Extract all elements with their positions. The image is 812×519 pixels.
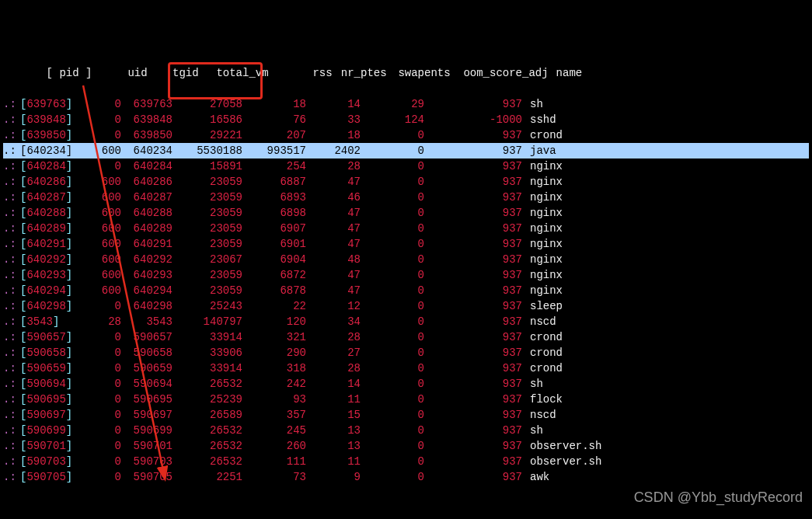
cell-uid: 0: [79, 423, 121, 438]
cell-name: crond: [522, 361, 563, 376]
cell-total-vm: 23059: [173, 236, 242, 252]
cell-tgid: 590697: [121, 407, 173, 423]
process-row: .:[590657]059065733914321280937crond: [3, 329, 809, 345]
cell-rss: 357: [242, 407, 306, 423]
cell-swapents: 0: [361, 205, 424, 221]
cell-rss: 6901: [242, 236, 306, 252]
cell-name: crond: [522, 329, 563, 345]
header-total-vm: total_vm: [199, 65, 269, 81]
cell-swapents: 0: [361, 236, 424, 252]
cell-oom-score-adj: 937: [424, 361, 522, 376]
cell-rss: 111: [242, 454, 306, 469]
cell-oom-score-adj: 937: [424, 469, 522, 485]
cell-pid: 590658: [26, 347, 65, 359]
process-row: .:[639763]063976327058181429937sh: [3, 96, 809, 112]
process-row: .:[590697]059069726589357150937nscd: [3, 407, 809, 423]
cell-name: nginx: [522, 283, 563, 298]
cell-name: nginx: [522, 267, 563, 283]
cell-oom-score-adj: 937: [424, 190, 522, 205]
cell-pid: 640284: [26, 160, 65, 172]
cell-tgid: 640289: [121, 221, 173, 236]
cell-total-vm: 5530188: [173, 143, 242, 158]
cell-rss: 120: [242, 314, 306, 329]
cell-name: sshd: [522, 112, 556, 127]
cell-name: sh: [522, 376, 543, 392]
cell-rss: 22: [242, 298, 306, 314]
cell-nr-ptes: 46: [306, 190, 361, 205]
cell-swapents: 0: [361, 407, 424, 423]
cell-oom-score-adj: 937: [424, 174, 522, 190]
cell-total-vm: 26532: [173, 438, 242, 454]
cell-nr-ptes: 14: [306, 96, 361, 112]
cell-total-vm: 33914: [173, 361, 242, 376]
header-uid: uid: [106, 65, 148, 81]
cell-nr-ptes: 13: [306, 438, 361, 454]
cell-tgid: 590705: [121, 469, 173, 485]
cell-total-vm: 27058: [173, 96, 242, 112]
cell-nr-ptes: 18: [306, 127, 361, 143]
cell-total-vm: 16586: [173, 112, 242, 127]
cell-swapents: 0: [361, 469, 424, 485]
process-row: .:[639850]063985029221207180937crond: [3, 127, 809, 143]
cell-swapents: 29: [361, 96, 424, 112]
cell-swapents: 0: [361, 267, 424, 283]
cell-pid: 640287: [26, 191, 65, 204]
cell-swapents: 0: [361, 361, 424, 376]
cell-oom-score-adj: 937: [424, 345, 522, 361]
cell-oom-score-adj: 937: [424, 252, 522, 267]
cell-total-vm: 23059: [173, 221, 242, 236]
cell-uid: 600: [79, 190, 121, 205]
process-row: .:[640289]600640289230596907470937nginx: [3, 221, 809, 236]
cell-total-vm: 26589: [173, 407, 242, 423]
cell-nr-ptes: 9: [306, 469, 361, 485]
cell-rss: 6907: [242, 221, 306, 236]
cell-pid: 590659: [26, 362, 65, 374]
cell-tgid: 590703: [121, 454, 173, 469]
cell-name: java: [522, 143, 556, 158]
cell-pid: 640286: [26, 176, 65, 188]
header-nr-ptes: nr_ptes: [333, 65, 387, 81]
cell-rss: 6887: [242, 174, 306, 190]
cell-pid: 640289: [26, 222, 65, 235]
cell-uid: 600: [79, 283, 121, 298]
cell-tgid: 590659: [121, 361, 173, 376]
cell-tgid: 590695: [121, 392, 173, 407]
cell-swapents: 0: [361, 221, 424, 236]
cell-rss: 18: [242, 96, 306, 112]
cell-uid: 0: [79, 298, 121, 314]
cell-rss: 290: [242, 345, 306, 361]
cell-uid: 600: [79, 267, 121, 283]
cell-pid: 590699: [26, 424, 65, 437]
cell-nr-ptes: 15: [306, 407, 361, 423]
process-table-header: [ pid ]uidtgidtotal_vmrssnr_ptesswapents…: [3, 50, 809, 65]
cell-name: nginx: [522, 252, 563, 267]
cell-name: awk: [522, 469, 549, 485]
cell-total-vm: 23059: [173, 267, 242, 283]
cell-name: nginx: [522, 205, 563, 221]
cell-name: crond: [522, 345, 563, 361]
cell-tgid: 640293: [121, 267, 173, 283]
cell-total-vm: 26532: [173, 423, 242, 438]
cell-pid: 640294: [26, 284, 65, 297]
cell-tgid: 640294: [121, 283, 173, 298]
cell-tgid: 590694: [121, 376, 173, 392]
cell-oom-score-adj: 937: [424, 392, 522, 407]
cell-nr-ptes: 47: [306, 236, 361, 252]
cell-swapents: 0: [361, 174, 424, 190]
cell-pid: 640298: [26, 300, 65, 312]
cell-total-vm: 15891: [173, 158, 242, 174]
cell-rss: 245: [242, 423, 306, 438]
process-row: .:[640291]600640291230596901470937nginx: [3, 236, 809, 252]
cell-name: nginx: [522, 158, 563, 174]
cell-name: nginx: [522, 221, 563, 236]
cell-pid: 590695: [26, 393, 65, 406]
cell-nr-ptes: 11: [306, 454, 361, 469]
cell-total-vm: 2251: [173, 469, 242, 485]
cell-tgid: 640288: [121, 205, 173, 221]
cell-total-vm: 23067: [173, 252, 242, 267]
process-row: .:[640286]600640286230596887470937nginx: [3, 174, 809, 190]
cell-rss: 318: [242, 361, 306, 376]
cell-nr-ptes: 28: [306, 329, 361, 345]
cell-pid: 639763: [26, 98, 65, 110]
cell-swapents: 0: [361, 252, 424, 267]
